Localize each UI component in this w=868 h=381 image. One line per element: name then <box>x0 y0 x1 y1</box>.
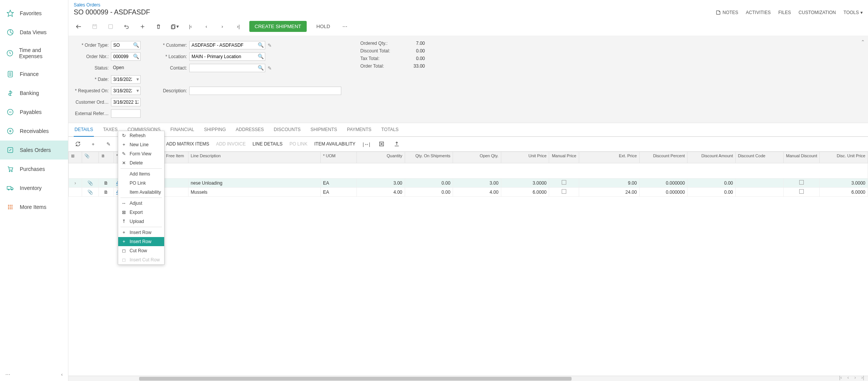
hold-button[interactable]: HOLD <box>313 21 334 32</box>
add-matrix-button[interactable]: ADD MATRIX ITEMS <box>166 141 209 147</box>
back-icon[interactable] <box>74 22 84 32</box>
sidebar-item-inventory[interactable]: Inventory <box>0 179 68 198</box>
unit-price-cell[interactable]: 6.0000 <box>501 188 549 197</box>
customization-button[interactable]: CUSTOMIZATION <box>798 10 836 15</box>
first-icon[interactable]: |‹ <box>185 22 195 32</box>
note-cell[interactable]: 🗎 <box>99 188 114 197</box>
manual-price-checkbox[interactable] <box>562 180 566 185</box>
save-icon[interactable] <box>90 22 100 32</box>
chevron-right-icon[interactable]: › <box>74 180 76 186</box>
clip-cell[interactable]: 📎 <box>82 188 98 197</box>
uom-cell[interactable]: EA <box>320 179 356 188</box>
upload-icon[interactable] <box>393 140 401 148</box>
uom-cell[interactable]: EA <box>320 188 356 197</box>
pager-last-icon[interactable]: ›| <box>861 375 864 380</box>
fit-columns-icon[interactable]: |↔| <box>362 140 371 148</box>
col-qty-on-ship[interactable]: Qty. On Shipments <box>405 152 453 163</box>
collapse-sidebar-icon[interactable]: ‹ <box>61 372 63 377</box>
col-uom[interactable]: * UOM <box>320 152 356 163</box>
ctx-item-avail[interactable]: Item Availability <box>118 188 164 197</box>
tab-payments[interactable]: PAYMENTS <box>346 123 372 136</box>
tab-details[interactable]: DETAILS <box>74 123 94 137</box>
add-icon[interactable] <box>138 22 147 32</box>
description-input[interactable] <box>189 87 341 95</box>
sidebar-item-favorites[interactable]: Favorites <box>0 4 68 23</box>
ctx-insert-row-1[interactable]: +Insert Row <box>118 228 164 237</box>
qty-ship-cell[interactable]: 0.00 <box>405 179 453 188</box>
undo-icon[interactable] <box>122 22 131 32</box>
line-desc-cell[interactable]: Mussels <box>188 188 320 197</box>
tab-discounts[interactable]: DISCOUNTS <box>273 123 301 136</box>
ctx-po-link[interactable]: PO Link <box>118 179 164 188</box>
more-icon[interactable]: ⋯ <box>5 372 10 377</box>
col-free-item[interactable]: Free Item <box>162 152 188 163</box>
order-type-input[interactable] <box>111 41 141 49</box>
col-disc-pct[interactable]: Discount Percent <box>639 152 687 163</box>
item-avail-button[interactable]: ITEM AVAILABILITY <box>314 141 355 147</box>
disc-unit-cell[interactable]: 6.0000 <box>820 188 868 197</box>
sidebar-item-sales-orders[interactable]: Sales Orders <box>0 141 68 160</box>
table-row[interactable]: › 📎 🗎 4ALBA nese Unloading EA 3.00 0.00 … <box>69 179 868 188</box>
export-excel-icon[interactable] <box>377 140 386 148</box>
external-ref-input[interactable] <box>111 109 141 118</box>
col-unit-price[interactable]: Unit Price <box>501 152 549 163</box>
qty-cell[interactable]: 4.00 <box>356 188 405 197</box>
ext-price-cell[interactable]: 9.00 <box>579 179 639 188</box>
sidebar-item-more[interactable]: More Items <box>0 198 68 217</box>
col-clip[interactable]: 📎 <box>82 152 98 163</box>
col-disc-unit-price[interactable]: Disc. Unit Price <box>820 152 868 163</box>
pager-prev-icon[interactable]: ‹ <box>847 375 849 380</box>
pager-next-icon[interactable]: › <box>854 375 856 380</box>
tab-shipments[interactable]: SHIPMENTS <box>310 123 338 136</box>
prev-icon[interactable]: ‹ <box>201 22 211 32</box>
col-line-desc[interactable]: Line Description <box>188 152 320 163</box>
order-nbr-input[interactable] <box>111 52 141 61</box>
activities-button[interactable]: ACTIVITIES <box>746 10 771 15</box>
date-input[interactable] <box>111 75 141 84</box>
disc-unit-cell[interactable]: 3.0000 <box>820 179 868 188</box>
ctx-upload[interactable]: ⤒Upload <box>118 217 164 226</box>
refresh-icon[interactable] <box>74 140 82 148</box>
col-quantity[interactable]: Quantity <box>356 152 405 163</box>
col-disc-amt[interactable]: Discount Amount <box>687 152 736 163</box>
horizontal-scrollbar[interactable] <box>139 377 572 381</box>
tab-taxes[interactable]: TAXES <box>102 123 118 136</box>
ctx-add-items[interactable]: Add Items <box>118 169 164 179</box>
edit-line-icon[interactable]: ✎ <box>104 140 112 148</box>
pager-first-icon[interactable]: |‹ <box>839 375 842 380</box>
tab-shipping[interactable]: SHIPPING <box>203 123 227 136</box>
unit-price-cell[interactable]: 3.0000 <box>501 179 549 188</box>
line-details-button[interactable]: LINE DETAILS <box>252 141 282 147</box>
ctx-adjust[interactable]: ↔Adjust <box>118 199 164 208</box>
tab-totals[interactable]: TOTALS <box>380 123 399 136</box>
pencil-icon[interactable]: ✎ <box>268 43 272 48</box>
delete-icon[interactable] <box>154 22 163 32</box>
sidebar-item-finance[interactable]: Finance <box>0 65 68 84</box>
contact-input[interactable] <box>189 64 265 72</box>
sidebar-item-banking[interactable]: Banking <box>0 84 68 103</box>
clip-cell[interactable]: 📎 <box>82 179 98 188</box>
table-row[interactable]: 📎 🗎 4F&B Mussels EA 4.00 0.00 4.00 6.000… <box>69 188 868 197</box>
open-qty-cell[interactable]: 3.00 <box>453 179 501 188</box>
clipboard-icon[interactable]: ▾ <box>169 22 179 32</box>
more-actions-icon[interactable]: ⋯ <box>340 22 350 32</box>
ctx-export[interactable]: ⊠Export <box>118 208 164 217</box>
col-disc-code[interactable]: Discount Code <box>735 152 784 163</box>
col-notes[interactable]: 🗎 <box>99 152 114 163</box>
save-close-icon[interactable] <box>106 22 116 32</box>
collapse-form-icon[interactable]: ⌃ <box>861 39 865 45</box>
sidebar-item-payables[interactable]: Payables <box>0 103 68 122</box>
create-shipment-button[interactable]: CREATE SHIPMENT <box>249 21 307 32</box>
note-cell[interactable]: 🗎 <box>99 179 114 188</box>
pencil-icon[interactable]: ✎ <box>268 65 272 71</box>
col-manual-disc[interactable]: Manual Discount <box>784 152 820 163</box>
ctx-new-line[interactable]: +New Line <box>118 140 164 149</box>
ext-price-cell[interactable]: 24.00 <box>579 188 639 197</box>
requested-on-input[interactable] <box>111 87 141 95</box>
files-button[interactable]: FILES <box>778 10 791 15</box>
line-desc-cell[interactable]: nese Unloading <box>188 179 320 188</box>
disc-amt-cell[interactable]: 0.00 <box>687 188 736 197</box>
notes-button[interactable]: NOTES <box>716 10 738 15</box>
breadcrumb[interactable]: Sales Orders <box>68 0 868 8</box>
location-input[interactable] <box>189 52 265 61</box>
